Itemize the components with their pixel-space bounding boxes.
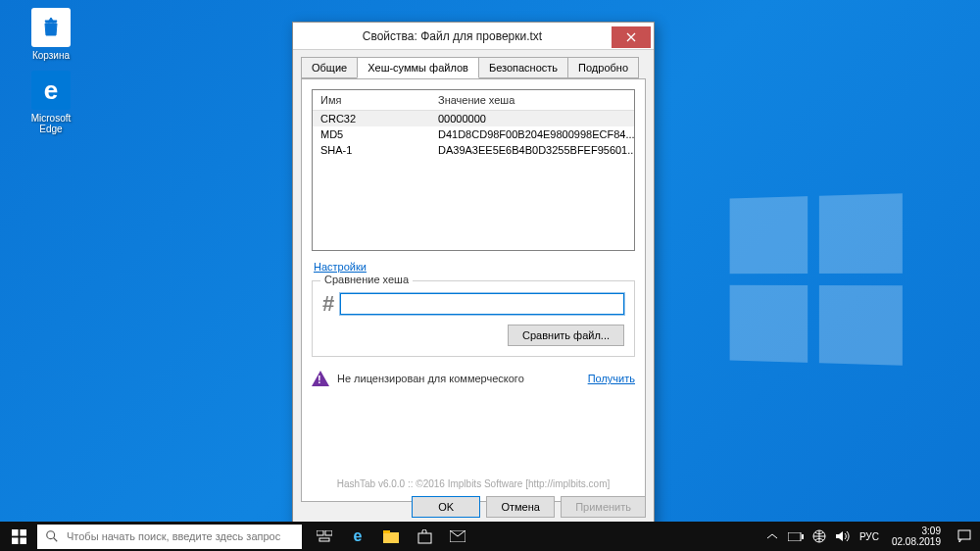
windows-logo-wallpaper xyxy=(730,193,903,365)
desktop: Корзина e Microsoft Edge Свойства: Файл … xyxy=(0,0,980,551)
cell-value: D41D8CD98F00B204E9800998ECF84... xyxy=(430,126,634,142)
edge-icon: e xyxy=(31,71,71,110)
table-row[interactable]: CRC32 00000000 xyxy=(313,111,634,126)
svg-rect-1 xyxy=(20,529,26,536)
tab-security[interactable]: Безопасность xyxy=(478,57,568,78)
taskbar: e РУС 3:09 02.08.2019 xyxy=(0,522,980,551)
svg-line-5 xyxy=(54,538,58,542)
tab-content: Имя Значение хеша CRC32 00000000 MD5 D41… xyxy=(301,78,646,502)
cell-value: DA39A3EE5E6B4B0D3255BFEF95601... xyxy=(430,142,634,158)
recycle-bin-icon xyxy=(31,8,71,47)
ok-button[interactable]: OK xyxy=(412,496,480,518)
footer-text: HashTab v6.0.0 :: ©2016 Implbits Softwar… xyxy=(302,478,645,489)
get-license-link[interactable]: Получить xyxy=(588,373,635,384)
col-name[interactable]: Имя xyxy=(313,90,430,110)
tab-general[interactable]: Общие xyxy=(301,57,358,78)
close-button[interactable] xyxy=(612,26,651,48)
cell-name: MD5 xyxy=(313,126,430,142)
compare-file-button[interactable]: Сравнить файл... xyxy=(508,325,624,346)
compare-legend: Сравнение хеша xyxy=(320,274,413,285)
grid-header: Имя Значение хеша xyxy=(313,90,634,111)
tab-hashes[interactable]: Хеш-суммы файлов xyxy=(357,57,479,78)
windows-icon xyxy=(12,529,26,544)
table-row[interactable]: MD5 D41D8CD98F00B204E9800998ECF84... xyxy=(313,126,634,142)
svg-rect-10 xyxy=(383,530,390,533)
search-box[interactable] xyxy=(37,525,302,549)
tab-bar: Общие Хеш-суммы файлов Безопасность Подр… xyxy=(301,57,646,79)
search-icon xyxy=(37,529,67,543)
warning-icon xyxy=(312,371,329,386)
action-center-button[interactable] xyxy=(949,522,980,551)
svg-rect-2 xyxy=(12,537,19,544)
system-tray: РУС 3:09 02.08.2019 xyxy=(760,522,980,551)
desktop-icon-edge[interactable]: e Microsoft Edge xyxy=(20,71,82,134)
svg-rect-8 xyxy=(319,538,329,541)
svg-rect-3 xyxy=(20,537,26,544)
license-alert: Не лицензирован для коммерческого Получи… xyxy=(312,371,635,386)
taskbar-explorer[interactable] xyxy=(374,522,408,551)
tray-date: 02.08.2019 xyxy=(892,536,941,547)
close-icon xyxy=(626,32,636,42)
dialog-titlebar[interactable]: Свойства: Файл для проверки.txt xyxy=(293,23,654,50)
tray-language[interactable]: РУС xyxy=(855,522,884,551)
table-row[interactable]: SHA-1 DA39A3EE5E6B4B0D3255BFEF95601... xyxy=(313,142,634,158)
col-value[interactable]: Значение хеша xyxy=(430,90,522,110)
tray-time: 3:09 xyxy=(892,526,941,536)
hash-grid[interactable]: Имя Значение хеша CRC32 00000000 MD5 D41… xyxy=(312,89,635,251)
dialog-button-row: OK Отмена Применить xyxy=(412,496,646,518)
properties-dialog: Свойства: Файл для проверки.txt Общие Хе… xyxy=(292,22,655,526)
apply-button[interactable]: Применить xyxy=(561,496,646,518)
tray-battery-icon[interactable] xyxy=(784,522,808,551)
desktop-icon-label: Корзина xyxy=(20,50,82,61)
desktop-icon-label: Microsoft Edge xyxy=(20,113,82,134)
svg-rect-13 xyxy=(788,532,801,541)
tray-network-icon[interactable] xyxy=(808,522,831,551)
tray-clock[interactable]: 3:09 02.08.2019 xyxy=(884,526,949,547)
compare-input[interactable] xyxy=(340,293,624,315)
search-input[interactable] xyxy=(67,530,302,542)
svg-rect-11 xyxy=(418,533,431,543)
cell-value: 00000000 xyxy=(430,111,634,126)
tray-volume-icon[interactable] xyxy=(831,522,855,551)
svg-rect-0 xyxy=(12,529,19,536)
settings-link[interactable]: Настройки xyxy=(314,261,367,273)
svg-rect-14 xyxy=(802,534,804,539)
tray-chevron-up-icon[interactable] xyxy=(760,522,784,551)
cancel-button[interactable]: Отмена xyxy=(486,496,555,518)
dialog-title: Свойства: Файл для проверки.txt xyxy=(293,29,612,43)
hash-icon: # xyxy=(322,291,334,317)
svg-point-4 xyxy=(47,531,55,539)
svg-rect-7 xyxy=(325,530,332,535)
svg-rect-16 xyxy=(958,530,970,539)
compare-fieldset: Сравнение хеша # Сравнить файл... xyxy=(312,280,635,357)
alert-text: Не лицензирован для коммерческого xyxy=(337,373,580,384)
taskbar-edge[interactable]: e xyxy=(341,522,374,551)
taskbar-store[interactable] xyxy=(408,522,441,551)
cell-name: CRC32 xyxy=(313,111,430,126)
svg-rect-6 xyxy=(317,530,323,535)
svg-rect-9 xyxy=(383,532,399,543)
desktop-icon-recycle-bin[interactable]: Корзина xyxy=(20,8,82,61)
taskbar-mail[interactable] xyxy=(441,522,474,551)
start-button[interactable] xyxy=(0,522,37,551)
tab-details[interactable]: Подробно xyxy=(567,57,639,78)
cell-name: SHA-1 xyxy=(313,142,430,158)
task-view-button[interactable] xyxy=(308,522,341,551)
